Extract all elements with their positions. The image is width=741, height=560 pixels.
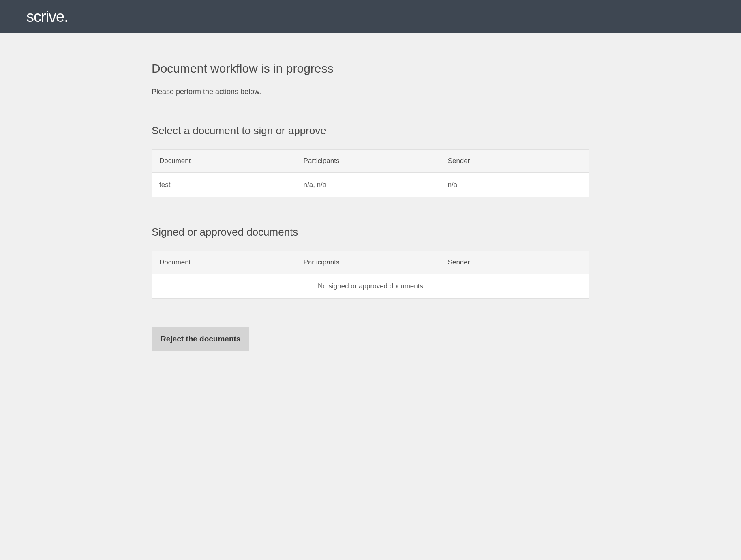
- section-title-signed: Signed or approved documents: [152, 226, 589, 238]
- column-header-participants: Participants: [296, 150, 441, 173]
- page-title: Document workflow is in progress: [152, 62, 589, 75]
- cell-participants: n/a, n/a: [296, 173, 441, 197]
- column-header-sender: Sender: [441, 150, 589, 173]
- page-subtitle: Please perform the actions below.: [152, 88, 589, 96]
- empty-message: No signed or approved documents: [152, 274, 589, 299]
- column-header-participants: Participants: [296, 251, 441, 274]
- logo: scrive.: [26, 8, 68, 26]
- to-sign-table: Document Participants Sender test n/a, n…: [152, 149, 589, 197]
- table-row[interactable]: test n/a, n/a n/a: [152, 173, 589, 197]
- header: scrive.: [0, 0, 741, 33]
- column-header-document: Document: [152, 150, 296, 173]
- section-title-to-sign: Select a document to sign or approve: [152, 124, 589, 137]
- signed-table: Document Participants Sender No signed o…: [152, 251, 589, 299]
- column-header-document: Document: [152, 251, 296, 274]
- empty-row: No signed or approved documents: [152, 274, 589, 299]
- main-container: Document workflow is in progress Please …: [125, 33, 616, 375]
- cell-document: test: [152, 173, 296, 197]
- cell-sender: n/a: [441, 173, 589, 197]
- reject-button[interactable]: Reject the documents: [152, 327, 249, 351]
- column-header-sender: Sender: [441, 251, 589, 274]
